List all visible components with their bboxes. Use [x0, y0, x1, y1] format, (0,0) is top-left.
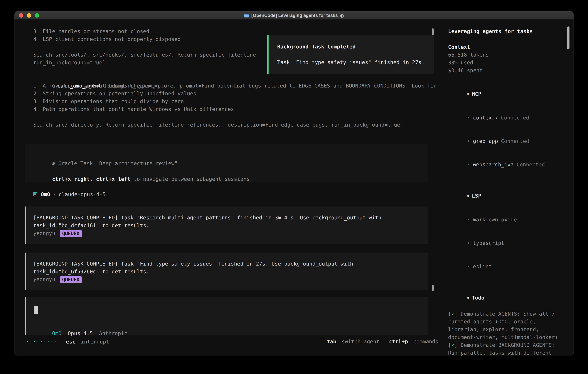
session-title: Leveraging agents for tasks	[448, 28, 567, 35]
sidebar: Leveraging agents for tasks Context 66,5…	[448, 28, 567, 356]
tool-arg-line: 2. String operations on potentially unde…	[33, 90, 437, 97]
tab-key-hint: tab	[327, 339, 336, 344]
todo-item: [✓]Demonstrate BACKGROUND AGENTS: Run pa…	[448, 341, 564, 356]
oracle-task-card[interactable]: ◉Oracle Task "Deep architecture review" …	[25, 144, 428, 182]
prompt-input[interactable]: OmOOpus 4.5Anthropic	[25, 297, 428, 335]
context-tokens: 66,518 tokens	[448, 51, 567, 59]
message-text: [BACKGROUND TASK COMPLETED] Task "Resear…	[33, 214, 412, 229]
ctrlp-key-label: commands	[413, 339, 438, 344]
background-task-toast[interactable]: Background Task Completed Task "Find typ…	[267, 35, 434, 74]
output-line: 3. File handles or streams not closed	[33, 28, 256, 35]
scrollback-output: 3. File handles or streams not closed 4.…	[33, 28, 256, 67]
terminal-window: [OpenCode] Leveraging agents for tasks ◐…	[14, 11, 574, 356]
sidebar-scrollbar-thumb[interactable]	[567, 26, 569, 49]
output-line: 4. LSP client connections not properly d…	[33, 35, 256, 43]
input-agent-name[interactable]: OmO	[52, 330, 62, 336]
tool-call-block: ⚙call_omo_agent [subagent_type=explore, …	[33, 74, 437, 129]
esc-key-hint: esc	[66, 339, 75, 345]
output-line	[33, 43, 256, 51]
collapse-caret-icon: ▼	[467, 92, 469, 96]
input-model-name[interactable]: Opus 4.5	[68, 330, 93, 336]
close-button[interactable]	[19, 13, 23, 18]
bullet-icon: •	[467, 240, 470, 246]
queued-message-card[interactable]: [BACKGROUND TASK COMPLETED] Task "Resear…	[25, 206, 428, 244]
todo-item: [✓]Demonstrate AGENTS: Show all 7 curate…	[448, 310, 564, 341]
status-right: tab switch agent ctrl+p commands	[327, 339, 438, 344]
message-footer: yeongyuQUEUED	[33, 229, 428, 237]
mcp-item: •grep_appConnected	[448, 129, 567, 153]
bullet-icon: •	[467, 115, 470, 121]
status-left: ········· esc interrupt	[26, 338, 109, 345]
agent-name: OmO	[41, 191, 50, 197]
lsp-item: •eslint	[448, 255, 567, 278]
collapse-caret-icon: ▼	[467, 296, 469, 300]
spinner-dots: ·········	[26, 338, 57, 345]
checkmark-icon: ✓	[451, 310, 454, 318]
bullet-icon: •	[467, 162, 470, 167]
message-author: yeongyu	[33, 276, 55, 282]
agent-model: claude-opus-4-5	[59, 191, 106, 197]
mcp-item: •context7Connected	[448, 106, 567, 129]
queued-message-card[interactable]: [BACKGROUND TASK COMPLETED] Task "Find t…	[25, 252, 428, 291]
titlebar[interactable]: [OpenCode] Leveraging agents for tasks ◐	[14, 11, 574, 20]
lsp-item: •typescript	[448, 231, 567, 255]
message-author: yeongyu	[33, 230, 55, 236]
tool-arg-line: 4. Path operations that don't handle Win…	[33, 105, 437, 113]
window-title: [OpenCode] Leveraging agents for tasks ◐	[14, 11, 574, 20]
bullet-icon: •	[467, 263, 470, 270]
mcp-section-header[interactable]: ▼MCP	[448, 82, 567, 106]
traffic-lights	[19, 11, 39, 20]
context-heading: Context	[448, 43, 567, 51]
tool-arg-line: 3. Division operations that could divide…	[33, 97, 437, 105]
mcp-item: •websearch_exaConnected	[448, 153, 567, 176]
chat-scrollbar-mark[interactable]	[432, 285, 434, 291]
separator-dot: ·	[53, 191, 56, 197]
oracle-hint-text: to navigate between subagent sessions	[130, 176, 250, 182]
ctrlp-key-hint: ctrl+p	[389, 339, 408, 344]
tool-arg-line	[33, 113, 437, 121]
checkmark-icon: ✓	[451, 341, 454, 349]
tool-arg-line: Search src/ directory. Return specific f…	[33, 121, 437, 129]
zoom-button[interactable]	[35, 13, 39, 18]
status-bar: ········· esc interrupt tab switch agent…	[26, 338, 438, 345]
agent-session-header: OmO · claude-opus-4-5	[33, 190, 106, 198]
esc-key-label: interrupt	[81, 339, 109, 345]
message-footer: yeongyuQUEUED	[33, 276, 428, 283]
message-text: [BACKGROUND TASK COMPLETED] Task "Find t…	[33, 260, 412, 276]
text-cursor	[34, 306, 38, 314]
tab-key-label: switch agent	[342, 339, 379, 344]
queued-badge: QUEUED	[60, 230, 82, 237]
oracle-task-title: Oracle Task "Deep architecture review"	[58, 160, 178, 166]
lsp-item: •markdown-oxide	[448, 208, 567, 231]
oracle-hint-keys: ctrl+x right, ctrl+x left	[52, 176, 130, 182]
window-title-text: [OpenCode] Leveraging agents for tasks	[251, 13, 338, 18]
record-icon: ◉	[52, 160, 55, 166]
output-line: run_in_background=true]	[33, 59, 256, 67]
todo-section-header[interactable]: ▼Todo	[448, 286, 567, 310]
progress-moon-icon: ◐	[340, 13, 344, 18]
bullet-icon: •	[467, 138, 470, 144]
queued-badge: QUEUED	[60, 276, 82, 283]
toast-title: Background Task Completed	[277, 43, 434, 51]
toast-body: Task "Find type safety issues" finished …	[277, 58, 434, 66]
minimize-button[interactable]	[27, 13, 31, 18]
omo-agent-icon	[33, 192, 37, 196]
context-spent: $0.46 spent	[448, 67, 567, 74]
folder-icon	[244, 14, 249, 18]
context-used: 33% used	[448, 59, 567, 67]
lsp-section-header[interactable]: ▼LSP	[448, 184, 567, 208]
output-line: Search src/tools/, src/hooks/, src/featu…	[33, 51, 256, 59]
collapse-caret-icon: ▼	[467, 194, 469, 198]
bullet-icon: •	[467, 217, 470, 223]
input-provider-name: Anthropic	[99, 330, 127, 336]
